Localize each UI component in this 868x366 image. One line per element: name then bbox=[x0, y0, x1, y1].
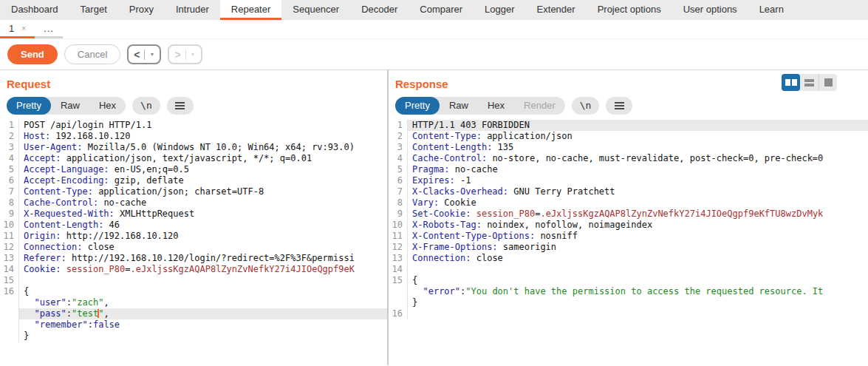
menu-item-user-options[interactable]: User options bbox=[672, 0, 748, 20]
token: close bbox=[82, 242, 114, 252]
editor-line[interactable]: 3User-Agent: Mozilla/5.0 (Windows NT 10.… bbox=[0, 142, 387, 153]
view-tab-pretty[interactable]: Pretty bbox=[7, 97, 51, 115]
request-title: Request bbox=[7, 78, 50, 90]
layout-switcher bbox=[782, 74, 837, 91]
token: 192.168.10.120 bbox=[50, 131, 130, 141]
editor-line[interactable]: 1POST /api/login HTTP/1.1 bbox=[0, 120, 387, 131]
editor-line[interactable]: 10Content-Length: 46 bbox=[0, 220, 387, 231]
layout-columns-button[interactable] bbox=[782, 74, 800, 91]
menu-item-proxy[interactable]: Proxy bbox=[118, 0, 165, 20]
editor-line[interactable]: 15{ bbox=[389, 275, 868, 286]
editor-menu-button[interactable] bbox=[606, 97, 632, 115]
layout-single-button[interactable] bbox=[819, 74, 837, 91]
request-editor[interactable]: 1POST /api/login HTTP/1.12Host: 192.168.… bbox=[0, 120, 387, 365]
view-tab-pretty[interactable]: Pretty bbox=[395, 97, 440, 115]
close-icon[interactable]: × bbox=[21, 24, 26, 33]
show-newlines-button[interactable]: \n bbox=[572, 97, 600, 115]
editor-line[interactable]: 7Content-Type: application/json; charset… bbox=[0, 186, 387, 197]
token: } bbox=[412, 297, 417, 308]
editor-line[interactable]: "remember":false bbox=[0, 319, 387, 331]
view-tab-raw[interactable]: Raw bbox=[440, 97, 478, 115]
show-newlines-button[interactable]: \n bbox=[132, 97, 160, 115]
editor-line[interactable]: 4Cache-Control: no-store, no-cache, must… bbox=[389, 153, 868, 164]
editor-line[interactable]: 14 bbox=[389, 264, 868, 275]
view-tab-render: Render bbox=[514, 97, 565, 115]
editor-line[interactable]: 12X-Frame-Options: sameorigin bbox=[389, 242, 868, 253]
editor-line[interactable]: 11X-Content-Type-Options: nosniff bbox=[389, 231, 868, 242]
editor-line[interactable]: 15 bbox=[0, 275, 387, 286]
editor-line[interactable]: 14Cookie: session_P80=.eJxljssKgzAQAP8lZ… bbox=[0, 264, 387, 275]
token bbox=[24, 297, 34, 308]
repeater-tab-1[interactable]: 1 × bbox=[0, 20, 35, 38]
menu-item-project-options[interactable]: Project options bbox=[587, 0, 672, 20]
line-number bbox=[389, 286, 408, 297]
line-number: 14 bbox=[0, 264, 19, 275]
token: "user" bbox=[34, 297, 66, 308]
editor-line[interactable]: 13Referer: http://192.168.10.120/login/?… bbox=[0, 253, 387, 264]
editor-line[interactable]: 6Accept-Encoding: gzip, deflate bbox=[0, 175, 387, 186]
editor-menu-button[interactable] bbox=[167, 97, 194, 115]
editor-line[interactable]: } bbox=[389, 297, 868, 308]
editor-line[interactable]: "error":"You don't have the permission t… bbox=[389, 286, 868, 297]
menu-item-target[interactable]: Target bbox=[69, 0, 118, 20]
editor-line[interactable]: 10X-Robots-Tag: noindex, nofollow, noima… bbox=[389, 220, 868, 231]
editor-line[interactable]: 2Content-Type: application/json bbox=[389, 131, 868, 142]
menu-item-extender[interactable]: Extender bbox=[526, 0, 587, 20]
response-title: Response bbox=[395, 78, 448, 90]
token: Origin: bbox=[24, 231, 61, 241]
editor-line[interactable]: 8Vary: Cookie bbox=[389, 197, 868, 209]
dropdown-caret-icon[interactable]: ▼ bbox=[149, 52, 154, 57]
line-text: Cache-Control: no-cache bbox=[19, 197, 387, 209]
editor-line[interactable]: 5Pragma: no-cache bbox=[389, 164, 868, 175]
token: Cache-Control: bbox=[412, 153, 487, 163]
repeater-tab-more[interactable]: ... bbox=[35, 20, 63, 38]
history-back-button[interactable]: < ▼ bbox=[127, 44, 161, 64]
editor-line[interactable]: 1HTTP/1.1 403 FORBIDDEN bbox=[389, 120, 868, 131]
editor-line[interactable]: "user":"zach", bbox=[0, 297, 387, 308]
menu-item-dashboard[interactable]: Dashboard bbox=[0, 0, 69, 20]
view-tab-hex[interactable]: Hex bbox=[89, 97, 126, 115]
menu-item-comparer[interactable]: Comparer bbox=[409, 0, 474, 20]
menu-item-learn[interactable]: Learn bbox=[748, 0, 795, 20]
menu-item-repeater[interactable]: Repeater bbox=[220, 0, 281, 20]
response-panel: Response PrettyRawHexRender \n bbox=[389, 70, 868, 365]
editor-line[interactable]: 13Connection: close bbox=[389, 253, 868, 264]
editor-line[interactable]: } bbox=[0, 331, 387, 342]
view-tab-hex[interactable]: Hex bbox=[478, 97, 514, 115]
line-text: "user":"zach", bbox=[19, 297, 387, 308]
line-number: 1 bbox=[0, 120, 19, 131]
token: X-Content-Type-Options: bbox=[412, 231, 535, 241]
editor-line[interactable]: 5Accept-Language: en-US,en;q=0.5 bbox=[0, 164, 387, 175]
editor-line[interactable]: 8Cache-Control: no-cache bbox=[0, 197, 387, 209]
token: Accept-Encoding: bbox=[24, 175, 109, 186]
menu-item-decoder[interactable]: Decoder bbox=[350, 0, 409, 20]
cancel-button[interactable]: Cancel bbox=[64, 44, 120, 64]
editor-line[interactable]: 7X-Clacks-Overhead: GNU Terry Pratchett bbox=[389, 186, 868, 197]
menu-item-sequencer[interactable]: Sequencer bbox=[281, 0, 350, 20]
response-editor[interactable]: 1HTTP/1.1 403 FORBIDDEN2Content-Type: ap… bbox=[389, 120, 868, 365]
editor-line[interactable]: 16{ bbox=[0, 286, 387, 297]
editor-line[interactable]: 4Accept: application/json, text/javascri… bbox=[0, 153, 387, 164]
menu-item-intruder[interactable]: Intruder bbox=[165, 0, 220, 20]
line-number: 12 bbox=[0, 242, 19, 253]
token: gzip, deflate bbox=[109, 175, 184, 186]
editor-line[interactable]: 12Connection: close bbox=[0, 242, 387, 253]
line-text: Cookie: session_P80=.eJxljssKgzAQAP8lZyn… bbox=[19, 264, 387, 275]
view-tab-raw[interactable]: Raw bbox=[51, 97, 89, 115]
editor-line[interactable]: 3Content-Length: 135 bbox=[389, 142, 868, 153]
editor-line[interactable]: 9X-Requested-With: XMLHttpRequest bbox=[0, 209, 387, 220]
editor-line[interactable]: 6Expires: -1 bbox=[389, 175, 868, 186]
menu-item-logger[interactable]: Logger bbox=[474, 0, 525, 20]
line-text: POST /api/login HTTP/1.1 bbox=[19, 120, 387, 131]
layout-rows-button[interactable] bbox=[800, 74, 819, 91]
editor-line[interactable]: 9Set-Cookie: session_P80=.eJxljssKgzAQAP… bbox=[389, 209, 868, 220]
send-button[interactable]: Send bbox=[7, 44, 58, 64]
editor-line[interactable]: 11Origin: http://192.168.10.120 bbox=[0, 231, 387, 242]
main-menubar: DashboardTargetProxyIntruderRepeaterSequ… bbox=[0, 0, 868, 20]
line-number: 6 bbox=[389, 175, 408, 186]
editor-line[interactable]: 16 bbox=[389, 308, 868, 319]
editor-line[interactable]: 2Host: 192.168.10.120 bbox=[0, 131, 387, 142]
token: .eJxljssKgzAQAP8lZynZvNefkY27i4JIOeQgpf9… bbox=[540, 209, 823, 219]
editor-line[interactable]: "pass":"test", bbox=[0, 308, 387, 319]
token: Vary: bbox=[412, 197, 439, 208]
